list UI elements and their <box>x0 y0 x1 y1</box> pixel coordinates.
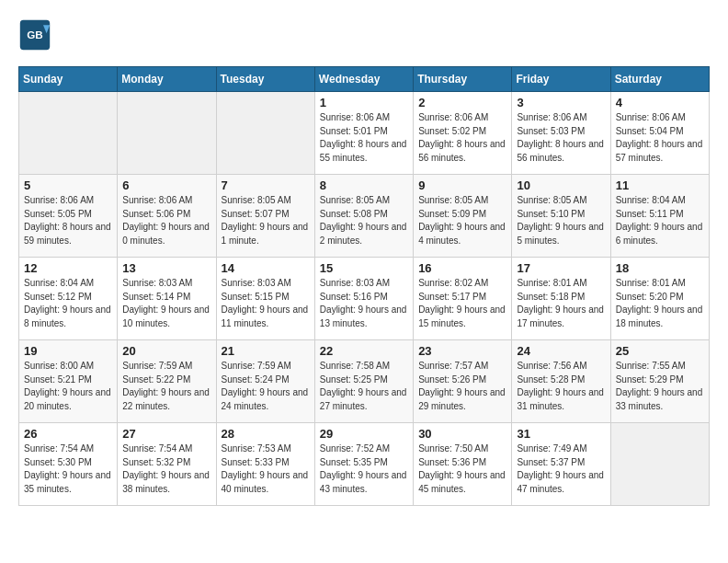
weekday-header: Tuesday <box>216 67 314 92</box>
calendar-cell: 10Sunrise: 8:05 AMSunset: 5:10 PMDayligh… <box>512 175 610 258</box>
calendar-cell: 27Sunrise: 7:54 AMSunset: 5:32 PMDayligh… <box>118 423 216 506</box>
calendar-cell: 11Sunrise: 8:04 AMSunset: 5:11 PMDayligh… <box>610 175 709 258</box>
calendar-cell: 8Sunrise: 8:05 AMSunset: 5:08 PMDaylight… <box>314 175 413 258</box>
day-detail: Sunrise: 7:58 AMSunset: 5:25 PMDaylight:… <box>320 361 407 411</box>
day-detail: Sunrise: 8:05 AMSunset: 5:07 PMDaylight:… <box>222 195 309 246</box>
calendar-cell: 19Sunrise: 8:00 AMSunset: 5:21 PMDayligh… <box>19 340 118 423</box>
calendar-week-row: 26Sunrise: 7:54 AMSunset: 5:30 PMDayligh… <box>19 423 710 506</box>
weekday-header: Sunday <box>19 67 118 92</box>
day-number: 10 <box>517 178 605 192</box>
day-detail: Sunrise: 7:56 AMSunset: 5:28 PMDaylight:… <box>517 361 604 411</box>
calendar-cell: 31Sunrise: 7:49 AMSunset: 5:37 PMDayligh… <box>512 423 610 506</box>
calendar-week-row: 5Sunrise: 8:06 AMSunset: 5:05 PMDaylight… <box>19 175 710 258</box>
day-number: 31 <box>517 427 605 441</box>
day-number: 30 <box>418 427 506 441</box>
day-detail: Sunrise: 8:06 AMSunset: 5:03 PMDaylight:… <box>517 112 604 163</box>
day-detail: Sunrise: 8:06 AMSunset: 5:05 PMDaylight:… <box>24 195 111 246</box>
calendar-week-row: 12Sunrise: 8:04 AMSunset: 5:12 PMDayligh… <box>19 258 710 340</box>
day-number: 1 <box>320 96 408 109</box>
weekday-header: Saturday <box>610 67 709 92</box>
day-number: 24 <box>517 344 605 358</box>
calendar-week-row: 1Sunrise: 8:06 AMSunset: 5:01 PMDaylight… <box>19 92 710 175</box>
calendar-cell <box>610 423 709 506</box>
day-number: 15 <box>320 261 408 275</box>
day-detail: Sunrise: 8:06 AMSunset: 5:04 PMDaylight:… <box>616 112 703 163</box>
day-detail: Sunrise: 8:01 AMSunset: 5:20 PMDaylight:… <box>616 278 703 328</box>
weekday-header: Monday <box>118 67 216 92</box>
calendar-cell: 14Sunrise: 8:03 AMSunset: 5:15 PMDayligh… <box>216 258 314 340</box>
calendar-cell: 6Sunrise: 8:06 AMSunset: 5:06 PMDaylight… <box>118 175 216 258</box>
day-number: 3 <box>517 96 605 109</box>
day-detail: Sunrise: 7:50 AMSunset: 5:36 PMDaylight:… <box>418 443 506 494</box>
day-detail: Sunrise: 8:04 AMSunset: 5:12 PMDaylight:… <box>24 278 111 328</box>
day-detail: Sunrise: 7:52 AMSunset: 5:35 PMDaylight:… <box>320 443 407 494</box>
day-detail: Sunrise: 7:53 AMSunset: 5:33 PMDaylight:… <box>222 443 309 494</box>
page-header: GB <box>18 18 710 52</box>
day-number: 22 <box>320 344 408 358</box>
calendar-cell: 9Sunrise: 8:05 AMSunset: 5:09 PMDaylight… <box>414 175 512 258</box>
calendar-cell: 5Sunrise: 8:06 AMSunset: 5:05 PMDaylight… <box>19 175 118 258</box>
day-number: 29 <box>320 427 408 441</box>
calendar-cell: 30Sunrise: 7:50 AMSunset: 5:36 PMDayligh… <box>414 423 512 506</box>
logo: GB <box>18 18 57 52</box>
day-number: 8 <box>320 178 408 192</box>
svg-text:GB: GB <box>27 29 43 40</box>
day-number: 7 <box>222 178 310 192</box>
weekday-header: Wednesday <box>314 67 413 92</box>
day-detail: Sunrise: 8:00 AMSunset: 5:21 PMDaylight:… <box>24 361 111 411</box>
calendar-cell: 22Sunrise: 7:58 AMSunset: 5:25 PMDayligh… <box>314 340 413 423</box>
day-detail: Sunrise: 8:05 AMSunset: 5:09 PMDaylight:… <box>418 195 506 246</box>
day-number: 17 <box>517 261 605 275</box>
day-detail: Sunrise: 7:59 AMSunset: 5:22 PMDaylight:… <box>122 361 210 411</box>
weekday-header: Thursday <box>414 67 512 92</box>
day-detail: Sunrise: 8:06 AMSunset: 5:01 PMDaylight:… <box>320 112 407 163</box>
day-number: 4 <box>616 96 704 109</box>
day-detail: Sunrise: 7:54 AMSunset: 5:32 PMDaylight:… <box>122 443 210 494</box>
day-detail: Sunrise: 8:03 AMSunset: 5:14 PMDaylight:… <box>122 278 210 328</box>
day-number: 9 <box>418 178 506 192</box>
day-number: 27 <box>122 427 210 441</box>
day-detail: Sunrise: 8:01 AMSunset: 5:18 PMDaylight:… <box>517 278 604 328</box>
day-number: 25 <box>616 344 704 358</box>
day-number: 11 <box>616 178 704 192</box>
calendar-table: SundayMondayTuesdayWednesdayThursdayFrid… <box>18 66 710 506</box>
day-detail: Sunrise: 8:05 AMSunset: 5:08 PMDaylight:… <box>320 195 407 246</box>
day-number: 23 <box>418 344 506 358</box>
calendar-week-row: 19Sunrise: 8:00 AMSunset: 5:21 PMDayligh… <box>19 340 710 423</box>
day-detail: Sunrise: 8:04 AMSunset: 5:11 PMDaylight:… <box>616 195 703 246</box>
calendar-cell: 7Sunrise: 8:05 AMSunset: 5:07 PMDaylight… <box>216 175 314 258</box>
day-detail: Sunrise: 7:49 AMSunset: 5:37 PMDaylight:… <box>517 443 604 494</box>
day-detail: Sunrise: 7:55 AMSunset: 5:29 PMDaylight:… <box>616 361 703 411</box>
calendar-cell <box>216 92 314 175</box>
calendar-cell: 26Sunrise: 7:54 AMSunset: 5:30 PMDayligh… <box>19 423 118 506</box>
day-detail: Sunrise: 8:06 AMSunset: 5:02 PMDaylight:… <box>418 112 506 163</box>
day-number: 28 <box>222 427 310 441</box>
calendar-cell: 13Sunrise: 8:03 AMSunset: 5:14 PMDayligh… <box>118 258 216 340</box>
calendar-cell: 29Sunrise: 7:52 AMSunset: 5:35 PMDayligh… <box>314 423 413 506</box>
calendar-cell: 23Sunrise: 7:57 AMSunset: 5:26 PMDayligh… <box>414 340 512 423</box>
day-detail: Sunrise: 8:05 AMSunset: 5:10 PMDaylight:… <box>517 195 604 246</box>
day-number: 14 <box>222 261 310 275</box>
day-number: 12 <box>24 261 112 275</box>
day-number: 26 <box>24 427 112 441</box>
day-number: 5 <box>24 178 112 192</box>
weekday-header-row: SundayMondayTuesdayWednesdayThursdayFrid… <box>19 67 710 92</box>
calendar-cell: 2Sunrise: 8:06 AMSunset: 5:02 PMDaylight… <box>414 92 512 175</box>
calendar-cell <box>19 92 118 175</box>
calendar-cell: 15Sunrise: 8:03 AMSunset: 5:16 PMDayligh… <box>314 258 413 340</box>
day-number: 13 <box>122 261 210 275</box>
calendar-cell: 4Sunrise: 8:06 AMSunset: 5:04 PMDaylight… <box>610 92 709 175</box>
day-detail: Sunrise: 8:03 AMSunset: 5:15 PMDaylight:… <box>222 278 309 328</box>
calendar-cell: 25Sunrise: 7:55 AMSunset: 5:29 PMDayligh… <box>610 340 709 423</box>
logo-icon: GB <box>18 18 51 52</box>
day-number: 18 <box>616 261 704 275</box>
weekday-header: Friday <box>512 67 610 92</box>
day-detail: Sunrise: 8:06 AMSunset: 5:06 PMDaylight:… <box>122 195 210 246</box>
day-number: 16 <box>418 261 506 275</box>
calendar-cell: 21Sunrise: 7:59 AMSunset: 5:24 PMDayligh… <box>216 340 314 423</box>
day-detail: Sunrise: 7:57 AMSunset: 5:26 PMDaylight:… <box>418 361 506 411</box>
day-number: 2 <box>418 96 506 109</box>
calendar-cell <box>118 92 216 175</box>
day-number: 6 <box>122 178 210 192</box>
day-detail: Sunrise: 8:02 AMSunset: 5:17 PMDaylight:… <box>418 278 506 328</box>
